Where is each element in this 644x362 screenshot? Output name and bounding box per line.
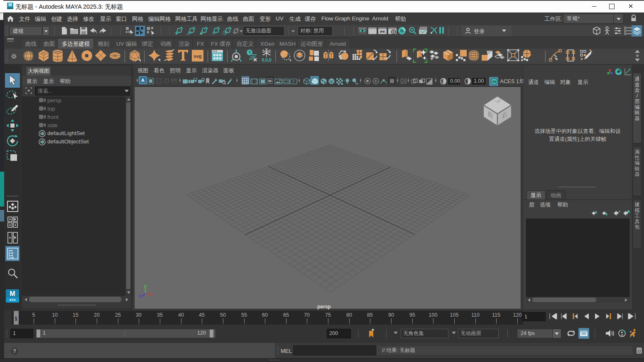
svg-text:y: y	[144, 284, 147, 288]
svg-text:T: T	[292, 80, 295, 84]
svg-text:IPR: IPR	[380, 30, 385, 33]
svg-text:0,0,0: 0,0,0	[262, 57, 272, 62]
svg-text:{;}: {;}	[638, 349, 641, 353]
svg-text:x: x	[150, 292, 153, 297]
svg-text:A: A	[141, 78, 144, 83]
svg-text:ON: ON	[492, 80, 496, 83]
svg-text:svg: svg	[194, 54, 202, 59]
svg-text:z: z	[139, 294, 141, 298]
